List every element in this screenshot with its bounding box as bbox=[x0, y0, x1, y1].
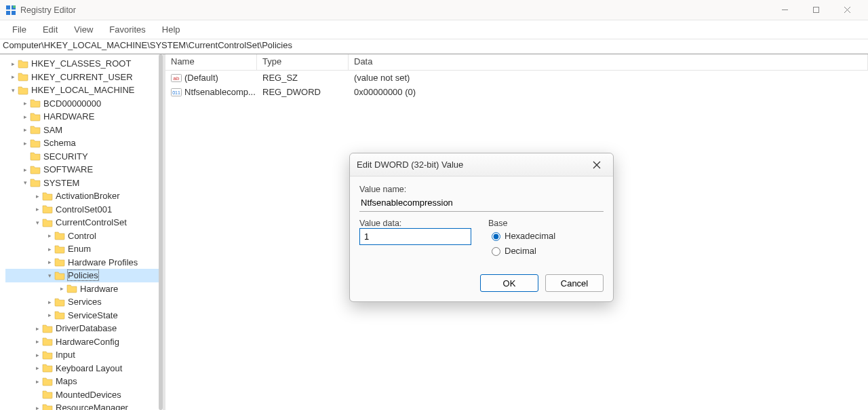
svg-text:ab: ab bbox=[174, 75, 180, 81]
close-button[interactable] bbox=[831, 0, 863, 20]
tree-item-hardware[interactable]: ▸HARDWARE bbox=[5, 110, 163, 124]
folder-icon bbox=[42, 336, 53, 347]
tree-item-policies[interactable]: ▾Policies bbox=[5, 269, 163, 282]
value-name: Ntfsenablecomp... bbox=[184, 87, 256, 97]
chevron-right-icon[interactable]: ▸ bbox=[33, 338, 42, 345]
tree-item-label: BCD00000000 bbox=[43, 98, 101, 109]
svg-point-4 bbox=[13, 5, 16, 8]
cancel-button[interactable]: Cancel bbox=[545, 274, 604, 292]
tree-item-label: ActivationBroker bbox=[56, 191, 120, 201]
menu-edit[interactable]: Edit bbox=[36, 22, 64, 37]
tree-item-label: Enum bbox=[68, 244, 91, 254]
value-row[interactable]: ab(Default)REG_SZ(value not set) bbox=[165, 71, 868, 85]
chevron-right-icon[interactable]: ▸ bbox=[8, 73, 18, 80]
folder-icon bbox=[42, 217, 53, 228]
minimize-button[interactable] bbox=[769, 0, 800, 20]
chevron-right-icon[interactable]: ▸ bbox=[45, 312, 54, 318]
tree-item-driverdatabase[interactable]: ▸DriverDatabase bbox=[5, 322, 163, 335]
folder-icon bbox=[42, 323, 53, 334]
chevron-right-icon[interactable]: ▸ bbox=[33, 352, 42, 358]
ok-button[interactable]: OK bbox=[480, 274, 538, 292]
tree-item-schema[interactable]: ▸Schema bbox=[5, 136, 163, 150]
folder-icon bbox=[30, 151, 41, 162]
chevron-right-icon[interactable]: ▸ bbox=[33, 325, 42, 332]
chevron-right-icon[interactable]: ▸ bbox=[45, 299, 54, 305]
tree-item-services[interactable]: ▸Services bbox=[5, 295, 163, 309]
tree-item-controlset001[interactable]: ▸ControlSet001 bbox=[5, 203, 163, 217]
value-name-input[interactable] bbox=[359, 194, 604, 212]
tree-item-sam[interactable]: ▸SAM bbox=[5, 124, 163, 137]
chevron-down-icon[interactable]: ▾ bbox=[33, 219, 42, 226]
edit-dword-dialog: Edit DWORD (32-bit) Value Value name: Va… bbox=[349, 153, 614, 302]
chevron-right-icon[interactable]: ▸ bbox=[8, 60, 18, 67]
folder-icon bbox=[42, 362, 53, 373]
chevron-right-icon[interactable]: ▸ bbox=[33, 193, 42, 200]
tree-item-bcd00000000[interactable]: ▸BCD00000000 bbox=[5, 97, 163, 111]
value-name: (Default) bbox=[184, 73, 218, 83]
chevron-right-icon[interactable]: ▸ bbox=[45, 232, 54, 239]
tree-item-input[interactable]: ▸Input bbox=[5, 348, 163, 362]
tree-item-maps[interactable]: ▸Maps bbox=[5, 375, 163, 388]
chevron-down-icon[interactable]: ▾ bbox=[45, 272, 54, 279]
value-data: 0x00000000 (0) bbox=[349, 87, 868, 97]
tree-item-hkey-local-machine[interactable]: ▾HKEY_LOCAL_MACHINE bbox=[5, 83, 163, 97]
radio-hex-input[interactable] bbox=[492, 232, 500, 241]
tree-item-keyboard-layout[interactable]: ▸Keyboard Layout bbox=[5, 362, 163, 375]
chevron-right-icon[interactable]: ▸ bbox=[57, 285, 66, 292]
tree-item-hardware-profiles[interactable]: ▸Hardware Profiles bbox=[5, 256, 163, 269]
tree-item-hkey-classes-root[interactable]: ▸HKEY_CLASSES_ROOT bbox=[5, 57, 163, 71]
chevron-right-icon[interactable]: ▸ bbox=[33, 405, 42, 410]
chevron-right-icon[interactable]: ▸ bbox=[33, 206, 42, 212]
chevron-right-icon[interactable]: ▸ bbox=[20, 113, 30, 120]
tree-item-mounteddevices[interactable]: MountedDevices bbox=[5, 388, 163, 402]
chevron-right-icon[interactable]: ▸ bbox=[20, 126, 30, 133]
tree-item-hardware[interactable]: ▸Hardware bbox=[5, 282, 163, 296]
col-header-data[interactable]: Data bbox=[349, 54, 868, 70]
folder-icon bbox=[54, 230, 65, 241]
value-type: REG_SZ bbox=[257, 73, 349, 83]
chevron-right-icon[interactable]: ▸ bbox=[45, 259, 54, 265]
tree-item-currentcontrolset[interactable]: ▾CurrentControlSet bbox=[5, 216, 163, 229]
string-value-icon: ab bbox=[171, 73, 182, 83]
chevron-down-icon[interactable]: ▾ bbox=[20, 179, 30, 186]
chevron-right-icon[interactable]: ▸ bbox=[20, 166, 30, 173]
value-row[interactable]: 011Ntfsenablecomp...REG_DWORD0x00000000 … bbox=[165, 85, 868, 99]
folder-icon bbox=[18, 85, 28, 96]
radio-decimal[interactable]: Decimal bbox=[488, 243, 604, 258]
chevron-right-icon[interactable]: ▸ bbox=[45, 246, 54, 253]
maximize-button[interactable] bbox=[800, 0, 831, 20]
radio-dec-input[interactable] bbox=[492, 247, 500, 256]
col-header-type[interactable]: Type bbox=[257, 54, 349, 70]
chevron-right-icon[interactable]: ▸ bbox=[33, 378, 42, 385]
address-bar[interactable]: Computer\HKEY_LOCAL_MACHINE\SYSTEM\Curre… bbox=[0, 39, 868, 54]
menu-view[interactable]: View bbox=[67, 22, 100, 37]
tree-item-hkey-current-user[interactable]: ▸HKEY_CURRENT_USER bbox=[5, 71, 163, 84]
chevron-down-icon[interactable]: ▾ bbox=[8, 87, 18, 94]
tree-item-security[interactable]: SECURITY bbox=[5, 150, 163, 164]
tree-item-hardwareconfig[interactable]: ▸HardwareConfig bbox=[5, 335, 163, 349]
tree-item-control[interactable]: ▸Control bbox=[5, 229, 163, 243]
chevron-right-icon[interactable]: ▸ bbox=[33, 365, 42, 371]
value-data-input[interactable] bbox=[359, 228, 471, 245]
menu-file[interactable]: File bbox=[5, 22, 33, 37]
col-header-name[interactable]: Name bbox=[165, 54, 257, 70]
folder-icon bbox=[30, 138, 41, 149]
tree-item-software[interactable]: ▸SOFTWARE bbox=[5, 163, 163, 176]
menu-help[interactable]: Help bbox=[155, 22, 187, 37]
menu-favorites[interactable]: Favorites bbox=[102, 22, 152, 37]
tree-item-resourcemanager[interactable]: ▸ResourceManager bbox=[5, 401, 163, 410]
tree-item-label: HARDWARE bbox=[43, 111, 94, 122]
radio-hexadecimal[interactable]: Hexadecimal bbox=[488, 228, 604, 243]
tree-item-label: Keyboard Layout bbox=[56, 363, 122, 373]
tree-pane: ▸HKEY_CLASSES_ROOT▸HKEY_CURRENT_USER▾HKE… bbox=[0, 54, 163, 410]
svg-rect-2 bbox=[6, 11, 10, 15]
chevron-right-icon[interactable]: ▸ bbox=[20, 100, 30, 107]
dialog-close-button[interactable] bbox=[587, 155, 606, 174]
tree-item-enum[interactable]: ▸Enum bbox=[5, 242, 163, 256]
chevron-right-icon[interactable]: ▸ bbox=[20, 140, 30, 147]
tree-item-label: HKEY_CURRENT_USER bbox=[31, 72, 133, 82]
tree-item-servicestate[interactable]: ▸ServiceState bbox=[5, 309, 163, 322]
tree-item-activationbroker[interactable]: ▸ActivationBroker bbox=[5, 189, 163, 203]
tree-item-system[interactable]: ▾SYSTEM bbox=[5, 176, 163, 190]
dialog-title-bar[interactable]: Edit DWORD (32-bit) Value bbox=[350, 153, 613, 176]
